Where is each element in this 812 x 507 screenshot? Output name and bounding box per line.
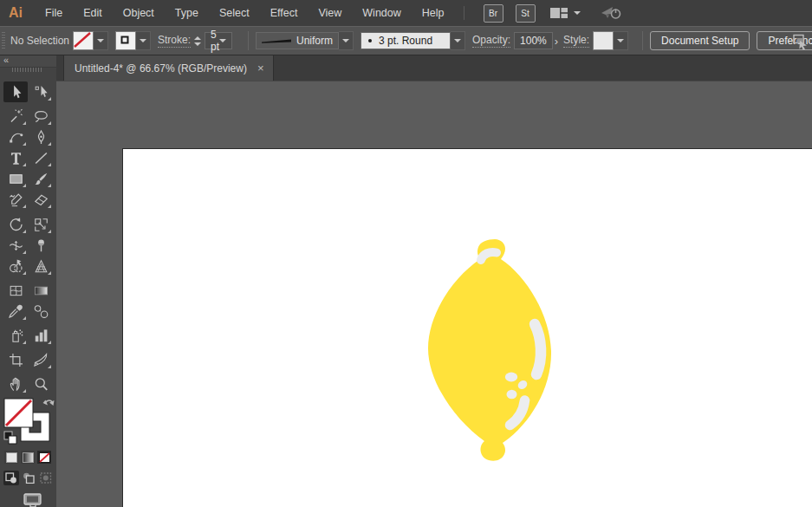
draw-normal-button[interactable] (3, 471, 19, 485)
menu-item-select[interactable]: Select (209, 7, 260, 19)
tool-rectangle[interactable] (3, 168, 28, 189)
stock-button[interactable]: St (516, 4, 536, 23)
opacity-expand-arrow[interactable]: › (553, 35, 563, 48)
tool-hand[interactable] (3, 374, 28, 394)
menu-item-help[interactable]: Help (412, 7, 455, 19)
style-panel-link[interactable]: Style: (563, 34, 589, 48)
canvas-area[interactable] (56, 81, 812, 507)
fill-dropdown-button[interactable] (94, 31, 108, 50)
tool-blend[interactable] (29, 301, 53, 322)
tool-width[interactable] (3, 235, 28, 256)
tool-pen[interactable] (29, 127, 53, 147)
width-profile-control[interactable]: Uniform (256, 31, 354, 50)
panel-grip[interactable] (12, 68, 43, 72)
lemon-highlight-long (535, 324, 541, 374)
menu-item-file[interactable]: File (35, 7, 73, 19)
tool-zoom[interactable] (29, 374, 53, 394)
menu-item-effect[interactable]: Effect (260, 7, 309, 19)
tool-puppet-warp[interactable] (29, 235, 53, 256)
brush-definition-select[interactable]: 3 pt. Round (361, 32, 451, 49)
menu-item-object[interactable]: Object (113, 7, 165, 19)
panel-collapse-button[interactable]: « (0, 55, 56, 68)
tool-lasso[interactable] (29, 106, 53, 127)
tool-gradient[interactable] (29, 280, 53, 301)
tool-artboard[interactable] (3, 349, 28, 370)
draw-inside-button[interactable] (38, 471, 54, 485)
none-fill-icon (74, 32, 91, 48)
fill-indicator[interactable] (4, 399, 33, 427)
document-setup-button[interactable]: Document Setup (650, 31, 750, 50)
tool-column-graph[interactable] (29, 325, 53, 346)
flyout-triangle-icon (48, 230, 51, 233)
bridge-button[interactable]: Br (484, 4, 503, 23)
tool-symbol-sprayer[interactable] (3, 325, 28, 346)
share-button[interactable] (600, 4, 622, 23)
tool-slice[interactable] (29, 349, 53, 370)
tool-eyedropper[interactable] (3, 301, 28, 322)
chevron-down-icon (140, 39, 146, 42)
illustrator-logo: Ai (0, 5, 35, 21)
stepper-up-icon[interactable] (194, 36, 201, 40)
document-tab[interactable]: Untitled-4* @ 66.67% (RGB/Preview) × (63, 55, 274, 81)
tool-shape-builder[interactable] (3, 256, 28, 276)
tool-line-segment[interactable] (29, 147, 53, 168)
screen-mode-button[interactable] (23, 493, 42, 507)
stroke-dropdown-button[interactable] (136, 31, 151, 50)
menu-item-view[interactable]: View (308, 7, 352, 19)
panel-dock-icon[interactable] (791, 33, 809, 53)
tool-type[interactable] (3, 147, 28, 168)
tool-perspective-grid[interactable] (29, 256, 53, 276)
tool-selection[interactable] (3, 81, 28, 102)
stroke-swatch[interactable] (115, 31, 136, 50)
stroke-panel-link[interactable]: Stroke: (158, 34, 191, 48)
width-profile-dropdown-button[interactable] (339, 31, 354, 50)
stroke-weight-select[interactable]: 5 pt (205, 32, 232, 49)
stepper-down-icon[interactable] (194, 42, 201, 46)
monitor-icon (23, 493, 42, 507)
flyout-triangle-icon (48, 97, 51, 101)
tool-eraser[interactable] (29, 189, 53, 210)
opacity-input[interactable]: 100% (514, 32, 553, 49)
fill-stroke-indicator[interactable] (3, 395, 56, 452)
fill-none-swatch[interactable] (73, 31, 94, 50)
width-profile-select[interactable]: Uniform (256, 32, 339, 49)
menu-item-edit[interactable]: Edit (73, 7, 113, 19)
stroke-weight-stepper[interactable] (194, 36, 201, 46)
magic-wand-icon (8, 108, 24, 125)
style-swatch[interactable] (593, 31, 614, 50)
close-icon[interactable]: × (257, 62, 264, 74)
default-fill-stroke-icon[interactable] (4, 432, 16, 444)
lemon-artwork[interactable] (424, 236, 556, 464)
swap-fill-stroke-icon[interactable] (43, 400, 55, 406)
graphic-style-control[interactable] (589, 31, 628, 50)
menu-item-type[interactable]: Type (165, 7, 209, 19)
none-button[interactable] (37, 451, 51, 464)
tab-bar: Untitled-4* @ 66.67% (RGB/Preview) × (56, 55, 812, 81)
tool-rotate[interactable] (3, 214, 28, 235)
artboard-icon (8, 352, 24, 368)
gradient-button[interactable] (21, 451, 35, 464)
brush-definition-control[interactable]: 3 pt. Round (361, 31, 465, 50)
tool-curvature[interactable] (3, 127, 28, 147)
puppet-warp-icon (33, 237, 49, 254)
stroke-color-control[interactable] (115, 31, 151, 50)
opacity-value: 100% (520, 35, 547, 47)
menu-divider (464, 6, 464, 20)
workspace-switcher[interactable] (549, 6, 581, 20)
draw-behind-button[interactable] (21, 471, 36, 485)
illustrator-window: Ai FileEditObjectTypeSelectEffectViewWin… (0, 0, 812, 507)
tool-shaper[interactable] (3, 189, 28, 210)
opacity-panel-link[interactable]: Opacity: (472, 34, 510, 48)
tool-direct-selection[interactable] (29, 81, 53, 102)
fill-color-control[interactable] (73, 31, 108, 50)
chevron-down-icon (97, 39, 104, 42)
tool-scale[interactable] (29, 214, 53, 235)
chevron-down-icon (574, 11, 581, 15)
brush-dropdown-button[interactable] (451, 31, 465, 50)
style-dropdown-button[interactable] (614, 31, 628, 50)
tool-mesh[interactable] (3, 280, 28, 301)
tool-magic-wand[interactable] (3, 106, 28, 127)
menu-item-window[interactable]: Window (352, 7, 411, 19)
color-button[interactable] (4, 451, 18, 464)
tool-paintbrush[interactable] (29, 168, 53, 189)
